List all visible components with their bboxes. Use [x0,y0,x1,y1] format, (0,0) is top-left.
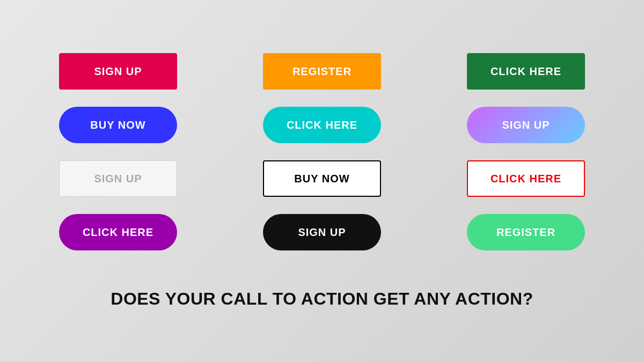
sign-up-outline-gray-button[interactable]: SIGN UP [59,160,177,197]
buttons-grid: SIGN UP REGISTER CLICK HERE BUY NOW CLIC… [59,53,585,262]
register-orange-button[interactable]: REGISTER [263,53,381,90]
headline-text: DOES YOUR CALL TO ACTION GET ANY ACTION? [111,289,533,309]
click-here-outline-red-button[interactable]: CLICK HERE [467,160,585,197]
register-mint-button[interactable]: REGISTER [467,214,585,250]
click-here-green-button[interactable]: CLICK HERE [467,53,585,90]
sign-up-black-button[interactable]: SIGN UP [263,214,381,250]
sign-up-red-button[interactable]: SIGN UP [59,53,177,90]
click-here-purple-button[interactable]: CLICK HERE [59,214,177,250]
sign-up-gradient-button[interactable]: SIGN UP [467,107,585,143]
click-here-cyan-button[interactable]: CLICK HERE [263,107,381,143]
buy-now-outline-black-button[interactable]: BUY NOW [263,160,381,197]
buy-now-blue-button[interactable]: BUY NOW [59,107,177,143]
